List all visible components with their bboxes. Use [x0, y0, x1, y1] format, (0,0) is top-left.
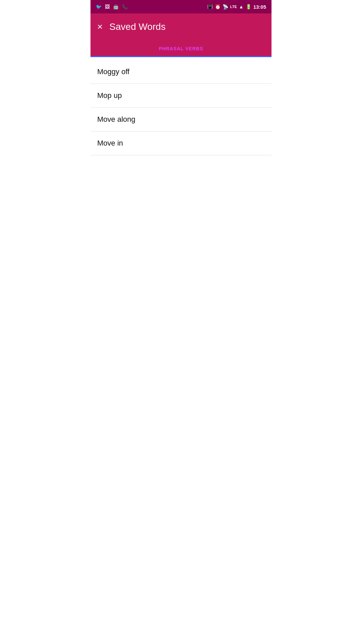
- android-icon: 🤖: [113, 4, 119, 9]
- list-item[interactable]: Mop up: [90, 84, 272, 108]
- status-bar-icons-right: 📳 ⏰ 📡 LTE ▲ 🔋 13:05: [207, 4, 266, 10]
- status-bar: 🐦 🖼 🤖 📞 📳 ⏰ 📡 LTE ▲ 🔋 13:05: [90, 0, 272, 13]
- word-list: Moggy off Mop up Move along Move in: [90, 57, 272, 155]
- word-text: Mop up: [97, 91, 122, 100]
- status-bar-icons-left: 🐦 🖼 🤖 📞: [96, 4, 128, 9]
- app-bar: × Saved Words: [90, 13, 272, 40]
- signal-icon: ▲: [239, 4, 244, 9]
- vibrate-icon: 📳: [207, 4, 213, 9]
- hotspot-icon: 📡: [223, 4, 228, 9]
- status-time: 13:05: [253, 4, 266, 10]
- twitter-icon: 🐦: [96, 4, 102, 9]
- tab-phrasal-verbs-label: PHRASAL VERBS: [159, 46, 203, 51]
- battery-icon: 🔋: [246, 4, 251, 9]
- list-item[interactable]: Move along: [90, 108, 272, 131]
- tab-phrasal-verbs[interactable]: PHRASAL VERBS: [90, 40, 272, 57]
- word-text: Moggy off: [97, 67, 129, 76]
- lte-label: LTE: [230, 5, 237, 9]
- image-icon: 🖼: [105, 4, 110, 9]
- alarm-icon: ⏰: [215, 4, 221, 9]
- list-item[interactable]: Move in: [90, 131, 272, 155]
- page-title: Saved Words: [109, 21, 166, 32]
- tab-bar: PHRASAL VERBS: [90, 40, 272, 57]
- list-item[interactable]: Moggy off: [90, 60, 272, 84]
- word-text: Move along: [97, 115, 135, 123]
- word-text: Move in: [97, 139, 123, 147]
- phone-icon: 📞: [122, 4, 128, 9]
- close-button[interactable]: ×: [97, 22, 103, 32]
